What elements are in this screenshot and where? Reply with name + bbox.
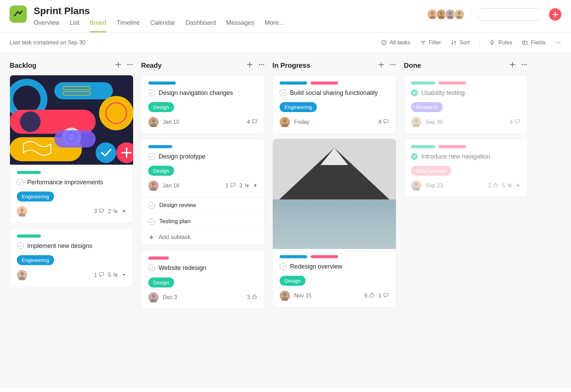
meta-subtask[interactable]: 5 (502, 182, 513, 189)
meta-comment[interactable]: 1 (225, 182, 236, 189)
complete-toggle[interactable] (148, 89, 155, 96)
meta-count: 2 (108, 208, 111, 215)
assignee-avatar[interactable] (280, 117, 290, 127)
search-input[interactable] (477, 8, 543, 21)
meta-like[interactable]: 2 (488, 182, 499, 189)
add-card-button[interactable] (246, 61, 253, 69)
member-avatar[interactable] (454, 9, 465, 20)
meta-play[interactable] (254, 183, 258, 189)
complete-toggle[interactable] (148, 153, 155, 160)
meta-play[interactable] (122, 208, 126, 215)
complete-toggle[interactable] (411, 89, 418, 96)
task-card[interactable]: Redesign overview Design Nov 15 51 (272, 139, 396, 307)
column-menu-button[interactable] (521, 61, 528, 69)
tag-engineering[interactable]: Engineering (17, 192, 54, 202)
add-card-button[interactable] (115, 61, 122, 69)
subtask-item[interactable]: Design review (141, 197, 265, 214)
svg-point-63 (390, 64, 391, 65)
rules-button[interactable]: Rules (489, 40, 512, 46)
more-options-button[interactable] (555, 40, 561, 46)
all-tasks-button[interactable]: All tasks (381, 40, 410, 46)
assignee-avatar[interactable] (17, 206, 27, 217)
meta-comment[interactable]: 4 (510, 118, 520, 126)
status-pill (17, 171, 41, 174)
assignee-avatar[interactable] (148, 181, 159, 191)
meta-comment[interactable]: 4 (247, 118, 258, 126)
complete-toggle[interactable] (17, 242, 24, 249)
column-menu-button[interactable] (127, 61, 133, 69)
tag-design[interactable]: Design (148, 166, 174, 176)
tag-design[interactable]: Design (280, 276, 305, 286)
assignee-avatar[interactable] (411, 117, 421, 127)
project-logo[interactable] (10, 6, 27, 23)
column-menu-button[interactable] (389, 61, 396, 69)
meta-subtask[interactable]: 2 (108, 208, 119, 215)
tag-data_science[interactable]: Data Science (411, 166, 451, 176)
meta-comment[interactable]: 3 (94, 208, 105, 215)
task-card[interactable]: Introduce new navigation Data Science Se… (404, 139, 528, 197)
complete-toggle[interactable] (17, 179, 24, 186)
meta-subtask[interactable]: 5 (108, 271, 119, 279)
tag-research[interactable]: Research (411, 102, 443, 112)
tab-more[interactable]: More... (265, 19, 284, 32)
task-card[interactable]: Usability testing Research Sep 30 4 (404, 75, 528, 134)
tab-board[interactable]: Board (90, 19, 106, 32)
column-menu-button[interactable] (258, 61, 265, 69)
subtask-check[interactable] (148, 218, 155, 225)
tag-design[interactable]: Design (148, 102, 174, 112)
assignee-avatar[interactable] (280, 291, 290, 301)
assignee-avatar[interactable] (148, 117, 159, 127)
complete-toggle[interactable] (411, 153, 418, 160)
add-subtask-button[interactable]: Add subtask (141, 230, 265, 245)
meta-like[interactable]: 3 (247, 294, 258, 301)
meta-comment[interactable]: 1 (378, 292, 389, 300)
tag-design[interactable]: Design (148, 277, 174, 287)
fields-button[interactable]: Fields (522, 40, 546, 46)
tag-engineering[interactable]: Engineering (280, 102, 317, 112)
column-header: Backlog (10, 61, 133, 69)
member-avatars[interactable] (429, 9, 465, 20)
tab-calendar[interactable]: Calendar (150, 19, 175, 32)
assignee-avatar[interactable] (17, 270, 27, 280)
add-button[interactable] (549, 8, 561, 21)
svg-point-51 (261, 64, 262, 65)
filter-button[interactable]: Filter (420, 40, 441, 46)
assignee-avatar[interactable] (148, 292, 159, 303)
subtask-check[interactable] (148, 202, 155, 209)
column-in-progress: In Progress Build social sharing functio… (272, 61, 396, 312)
meta-play[interactable] (516, 183, 520, 189)
search-field[interactable] (485, 12, 551, 18)
tab-overview[interactable]: Overview (34, 19, 60, 32)
complete-toggle[interactable] (280, 89, 287, 96)
tab-list[interactable]: List (70, 19, 79, 32)
meta-count: 5 (502, 183, 505, 189)
meta-comment[interactable]: 1 (94, 271, 105, 279)
card-title: Design prototype (159, 152, 205, 161)
svg-point-75 (510, 185, 511, 186)
tag-engineering[interactable]: Engineering (17, 255, 54, 265)
sort-button[interactable]: Sort (451, 40, 470, 46)
tab-dashboard[interactable]: Dashboard (185, 19, 216, 32)
meta-like[interactable]: 5 (364, 292, 375, 300)
task-card[interactable]: Performance improvements Engineering 32 (10, 75, 133, 223)
status-pill (411, 145, 435, 148)
meta-count: 3 (247, 294, 250, 301)
play-icon (122, 208, 126, 215)
card-cover-image (10, 75, 133, 165)
task-card[interactable]: Implement new designs Engineering 15 (10, 228, 133, 287)
add-card-button[interactable] (378, 61, 385, 69)
meta-caret[interactable] (122, 272, 126, 278)
complete-toggle[interactable] (280, 263, 287, 270)
tab-messages[interactable]: Messages (226, 19, 255, 32)
complete-toggle[interactable] (148, 264, 155, 271)
assignee-avatar[interactable] (411, 181, 421, 191)
task-card[interactable]: Design navigation changes Design Jan 10 … (141, 75, 265, 134)
tab-timeline[interactable]: Timeline (117, 19, 140, 32)
meta-subtask[interactable]: 2 (239, 182, 250, 189)
meta-comment[interactable]: 4 (378, 118, 389, 126)
task-card[interactable]: Design prototype Design Jan 16 12 Design… (141, 139, 265, 245)
task-card[interactable]: Build social sharing functionality Engin… (272, 75, 396, 134)
subtask-item[interactable]: Testing plan (141, 214, 265, 230)
task-card[interactable]: Website redesign Design Dec 3 3 (141, 250, 265, 309)
add-card-button[interactable] (509, 61, 516, 69)
